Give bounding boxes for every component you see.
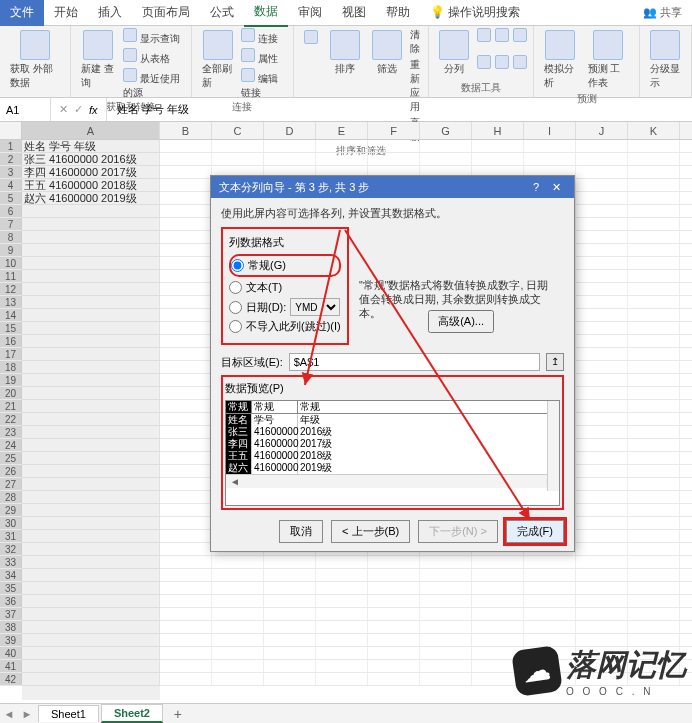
cell[interactable] <box>628 231 680 243</box>
cell[interactable] <box>160 205 212 217</box>
row-header[interactable]: 30 <box>0 517 22 529</box>
row-header[interactable]: 19 <box>0 374 22 386</box>
row-header[interactable]: 7 <box>0 218 22 230</box>
cell[interactable]: 李四 41600000 2017级 <box>22 166 160 178</box>
cell[interactable] <box>576 218 628 230</box>
cell[interactable] <box>576 608 628 620</box>
cell[interactable] <box>22 322 160 334</box>
cell[interactable] <box>22 257 160 269</box>
btn-properties[interactable]: 属性 <box>241 48 286 66</box>
row-header[interactable]: 29 <box>0 504 22 516</box>
cell[interactable] <box>628 400 680 412</box>
btn-show-query[interactable]: 显示查询 <box>123 28 184 46</box>
col-header-K[interactable]: K <box>628 122 680 139</box>
cell[interactable] <box>212 660 264 672</box>
row-header[interactable]: 20 <box>0 387 22 399</box>
cell[interactable] <box>22 452 160 464</box>
cell[interactable] <box>212 634 264 646</box>
help-button[interactable]: ? <box>526 181 546 193</box>
cell[interactable] <box>628 322 680 334</box>
cell[interactable] <box>316 660 368 672</box>
btn-editlinks[interactable]: 编辑链接 <box>241 68 286 100</box>
cell[interactable] <box>524 608 576 620</box>
cell[interactable] <box>264 634 316 646</box>
col-header-H[interactable]: H <box>472 122 524 139</box>
name-box[interactable]: A1 <box>0 102 50 118</box>
cell[interactable] <box>628 140 680 152</box>
cell[interactable] <box>576 257 628 269</box>
cell[interactable] <box>628 374 680 386</box>
advanced-button[interactable]: 高级(A)... <box>428 310 494 333</box>
cell[interactable] <box>160 270 212 282</box>
cell[interactable] <box>316 673 368 685</box>
cell[interactable] <box>22 517 160 529</box>
cell[interactable] <box>420 660 472 672</box>
cell[interactable] <box>576 153 628 165</box>
row-header[interactable]: 17 <box>0 348 22 360</box>
row-header[interactable]: 12 <box>0 283 22 295</box>
cell[interactable] <box>160 478 212 490</box>
btn-forecast[interactable]: 预测 工作表 <box>584 28 633 92</box>
row-header[interactable]: 28 <box>0 491 22 503</box>
consolidate-icon[interactable] <box>477 55 491 69</box>
cell[interactable] <box>524 556 576 568</box>
cell[interactable] <box>316 634 368 646</box>
share-button[interactable]: 👥 共享 <box>643 5 682 20</box>
cell[interactable] <box>160 673 212 685</box>
cell[interactable] <box>212 153 264 165</box>
cell[interactable] <box>22 387 160 399</box>
ref-picker-button[interactable]: ↥ <box>546 353 564 371</box>
cell[interactable] <box>160 218 212 230</box>
cell[interactable] <box>22 647 160 659</box>
cell[interactable] <box>160 504 212 516</box>
cell[interactable] <box>576 517 628 529</box>
cell[interactable] <box>628 504 680 516</box>
cell[interactable] <box>212 582 264 594</box>
radio-text[interactable] <box>229 281 242 294</box>
cell[interactable] <box>576 179 628 191</box>
btn-connections[interactable]: 连接 <box>241 28 286 46</box>
row-header[interactable]: 15 <box>0 322 22 334</box>
cell[interactable] <box>22 530 160 542</box>
cell[interactable] <box>576 465 628 477</box>
cell[interactable] <box>524 569 576 581</box>
cell[interactable] <box>472 569 524 581</box>
cell[interactable] <box>22 634 160 646</box>
row-header[interactable]: 13 <box>0 296 22 308</box>
cell[interactable] <box>576 166 628 178</box>
row-header[interactable]: 6 <box>0 205 22 217</box>
cell[interactable] <box>160 348 212 360</box>
btn-text-to-columns[interactable]: 分列 <box>435 28 473 78</box>
cell[interactable] <box>576 374 628 386</box>
cell[interactable] <box>420 647 472 659</box>
cell[interactable] <box>368 140 420 152</box>
cell[interactable] <box>264 595 316 607</box>
add-sheet-button[interactable]: + <box>169 706 187 722</box>
row-header[interactable]: 36 <box>0 595 22 607</box>
cell[interactable] <box>576 582 628 594</box>
select-all-corner[interactable] <box>0 122 22 139</box>
cell[interactable] <box>160 244 212 256</box>
cell[interactable] <box>420 673 472 685</box>
relation-icon[interactable] <box>495 55 509 69</box>
row-header[interactable]: 21 <box>0 400 22 412</box>
cell[interactable] <box>524 595 576 607</box>
row-header[interactable]: 11 <box>0 270 22 282</box>
row-header[interactable]: 5 <box>0 192 22 204</box>
cell[interactable] <box>160 621 212 633</box>
row-header[interactable]: 18 <box>0 361 22 373</box>
fx-accept-icon[interactable]: ✓ <box>74 103 83 116</box>
cell[interactable] <box>368 153 420 165</box>
cell[interactable] <box>22 491 160 503</box>
cell[interactable] <box>316 140 368 152</box>
cell[interactable] <box>160 595 212 607</box>
cell[interactable] <box>472 140 524 152</box>
cell[interactable] <box>576 348 628 360</box>
row-header[interactable]: 10 <box>0 257 22 269</box>
cell[interactable] <box>368 673 420 685</box>
cell[interactable] <box>160 413 212 425</box>
cell[interactable] <box>628 348 680 360</box>
cell[interactable] <box>212 673 264 685</box>
cell[interactable] <box>22 296 160 308</box>
cell[interactable] <box>316 647 368 659</box>
